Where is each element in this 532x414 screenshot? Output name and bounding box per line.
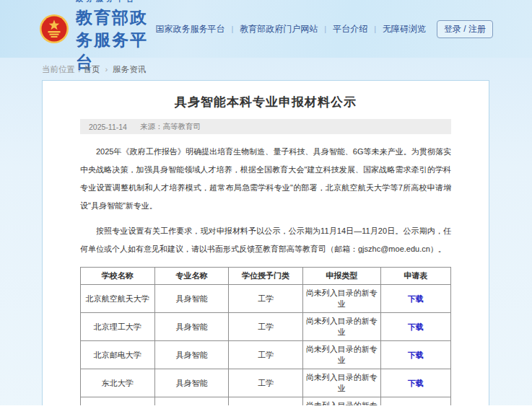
nav-link-2[interactable]: 平台介绍 bbox=[333, 23, 367, 35]
table-row: 北京理工大学具身智能工学尚未列入目录的新专业下载 bbox=[81, 313, 451, 341]
table-header-cell: 学校名称 bbox=[81, 268, 155, 285]
nav-separator: | bbox=[324, 25, 326, 33]
breadcrumb-label: 当前位置： bbox=[42, 65, 84, 74]
download-link[interactable]: 下载 bbox=[408, 294, 424, 303]
table-cell: 具身智能 bbox=[154, 285, 229, 313]
article-title: 具身智能本科专业申报材料公示 bbox=[80, 94, 451, 110]
table-header-cell: 学位授予门类 bbox=[229, 268, 303, 285]
nav-separator: | bbox=[231, 25, 233, 33]
breadcrumb-service-news-link[interactable]: 服务资讯 bbox=[113, 65, 146, 74]
article-card: 具身智能本科专业申报材料公示 2025-11-14 来源：高等教育司 2025年… bbox=[42, 80, 489, 414]
table-row: 北京邮电大学具身智能工学尚未列入目录的新专业下载 bbox=[81, 341, 451, 369]
table-cell: 北京理工大学 bbox=[81, 313, 155, 341]
table-cell: 尚未列入目录的新专业 bbox=[302, 285, 380, 313]
table-header-cell: 申报类型 bbox=[302, 268, 380, 285]
breadcrumb-separator-icon: › bbox=[105, 65, 108, 74]
table-header-row: 学校名称专业名称学位授予门类申报类型申请表 bbox=[81, 268, 451, 285]
download-cell: 下载 bbox=[380, 341, 451, 369]
table-cell: 北京航空航天大学 bbox=[81, 285, 155, 313]
table-cell: 具身智能 bbox=[154, 341, 229, 369]
platform-subtitle: 全国一体化在线政务服务平台 bbox=[76, 0, 155, 4]
table-cell: 工学 bbox=[229, 285, 303, 313]
download-link[interactable]: 下载 bbox=[408, 379, 424, 387]
table-cell: 北京邮电大学 bbox=[81, 341, 155, 369]
nav-link-0[interactable]: 国家政务服务平台 bbox=[155, 23, 224, 35]
table-cell: 具身智能 bbox=[154, 369, 229, 397]
table-cell: 具身智能 bbox=[154, 313, 229, 341]
login-register-button[interactable]: 登录 / 注册 bbox=[437, 20, 493, 38]
table-cell: 尚未列入目录的新专业 bbox=[302, 341, 380, 369]
article-meta-bar: 2025-11-14 来源：高等教育司 bbox=[80, 119, 451, 134]
application-table: 学校名称专业名称学位授予门类申报类型申请表 北京航空航天大学具身智能工学尚未列入… bbox=[80, 267, 451, 414]
download-link[interactable]: 下载 bbox=[408, 322, 424, 331]
article-paragraph-2: 按照专业设置有关工作要求，现对申报材料予以公示，公示期为11月14日—11月20… bbox=[80, 222, 451, 258]
table-cell: 工学 bbox=[229, 369, 303, 397]
table-header-cell: 专业名称 bbox=[154, 268, 229, 285]
table-cell: 工学 bbox=[229, 313, 303, 341]
download-link[interactable]: 下载 bbox=[408, 351, 424, 359]
table-cell: 尚未列入目录的新专业 bbox=[302, 313, 380, 341]
table-header-cell: 申请表 bbox=[380, 268, 451, 285]
table-cell: 尚未列入目录的新专业 bbox=[302, 369, 380, 397]
download-cell: 下载 bbox=[380, 285, 451, 313]
article-paragraph-1: 2025年《政府工作报告》明确提出培育生物制造、量子科技、具身智能、6G等未来产… bbox=[80, 143, 451, 215]
national-emblem-icon bbox=[39, 14, 69, 44]
table-cell: 东北大学 bbox=[81, 369, 155, 397]
table-row: 北京航空航天大学具身智能工学尚未列入目录的新专业下载 bbox=[81, 285, 451, 313]
top-nav: 国家政务服务平台|教育部政府门户网站|平台介绍|无障碍浏览 bbox=[155, 23, 426, 35]
nav-link-3[interactable]: 无障碍浏览 bbox=[383, 23, 426, 35]
table-cell: 工学 bbox=[229, 341, 303, 369]
article-date: 2025-11-14 bbox=[89, 123, 127, 131]
table-row: 东北大学具身智能工学尚未列入目录的新专业下载 bbox=[81, 369, 451, 397]
bottom-strip bbox=[0, 405, 532, 414]
nav-separator: | bbox=[374, 25, 376, 33]
site-header: 全国一体化在线政务服务平台 教育部政务服务平台 国家政务服务平台|教育部政府门户… bbox=[0, 0, 532, 58]
download-cell: 下载 bbox=[380, 369, 451, 397]
brand: 全国一体化在线政务服务平台 教育部政务服务平台 bbox=[39, 0, 155, 74]
nav-link-1[interactable]: 教育部政府门户网站 bbox=[240, 23, 318, 35]
brand-text: 全国一体化在线政务服务平台 教育部政务服务平台 bbox=[76, 0, 155, 74]
download-cell: 下载 bbox=[380, 313, 451, 341]
article-source: 来源：高等教育司 bbox=[140, 122, 201, 132]
breadcrumb-home-link[interactable]: 首页 bbox=[84, 65, 100, 74]
